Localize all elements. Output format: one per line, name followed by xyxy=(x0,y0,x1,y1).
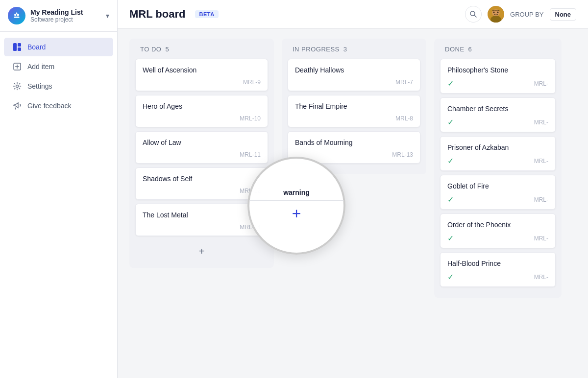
project-switcher[interactable]: My Reading List Software project ▾ xyxy=(0,0,117,32)
card-title: The Final Empire xyxy=(295,102,413,110)
sidebar-item-add-item[interactable]: Add item xyxy=(4,57,113,76)
overlay-warning-text: warning xyxy=(273,189,319,196)
card-title: Order of the Phoenix xyxy=(447,221,548,229)
sidebar: My Reading List Software project ▾ Board xyxy=(0,0,118,378)
card-mrl3[interactable]: Prisoner of Azkaban ✓ MRL- xyxy=(440,136,556,171)
card-id: MRL-8 xyxy=(295,115,413,122)
card-title: Hero of Ages xyxy=(143,102,261,110)
svg-point-16 xyxy=(493,12,495,13)
card-title: Goblet of Fire xyxy=(447,182,548,190)
card-mrl2[interactable]: Chamber of Secrets ✓ MRL- xyxy=(440,97,556,132)
card-title: Deathly Hallows xyxy=(295,66,413,74)
add-todo-card-button[interactable]: + xyxy=(135,242,268,261)
board-icon xyxy=(13,43,22,51)
card-mrl1[interactable]: Philosopher's Stone ✓ MRL- xyxy=(440,59,556,94)
card-mrl10[interactable]: Hero of Ages MRL-10 xyxy=(135,95,268,127)
overlay-divider xyxy=(249,200,343,201)
card-mrl4[interactable]: Goblet of Fire ✓ MRL- xyxy=(440,175,556,210)
svg-point-17 xyxy=(497,12,499,13)
settings-label: Settings xyxy=(27,82,52,90)
board-label: Board xyxy=(27,43,46,51)
column-inprogress-header: IN PROGRESS3 xyxy=(288,46,420,53)
svg-rect-3 xyxy=(16,13,18,14)
svg-line-12 xyxy=(474,15,476,17)
card-id: MRL-11 xyxy=(143,151,261,158)
card-mrl11[interactable]: Allow of Law MRL-11 xyxy=(135,131,268,164)
done-check-icon: ✓ xyxy=(447,156,454,165)
group-by-label: GROUP BY xyxy=(510,11,543,18)
overlay-add-button[interactable]: + xyxy=(292,205,301,223)
card-id: MRL-12 xyxy=(143,188,261,194)
card-title: Bands of Mourning xyxy=(295,139,413,146)
sidebar-nav: Board Add item Settings xyxy=(0,32,117,121)
card-id: MRL-13 xyxy=(295,151,413,158)
add-item-label: Add item xyxy=(27,63,54,71)
card-title: The Lost Metal xyxy=(143,211,261,219)
svg-point-10 xyxy=(16,85,19,88)
board-area: TO DO5 Well of Ascension MRL-9 Hero of A… xyxy=(118,29,588,378)
card-id: MRL- xyxy=(534,158,548,165)
card-id: MRL- xyxy=(534,119,548,126)
search-button[interactable] xyxy=(465,6,482,23)
done-check-icon: ✓ xyxy=(447,234,454,243)
page-title: MRL board xyxy=(129,8,185,21)
avatar[interactable] xyxy=(488,6,504,23)
svg-rect-6 xyxy=(18,47,21,51)
group-by-select[interactable]: None xyxy=(550,8,577,21)
svg-rect-2 xyxy=(14,17,20,18)
card-id: MRL-14 xyxy=(143,224,261,231)
main-content: MRL board BETA GROUP BY None xyxy=(118,0,588,378)
card-title: Half-Blood Prince xyxy=(447,260,548,267)
card-title: Shadows of Self xyxy=(143,175,261,183)
column-todo-header: TO DO5 xyxy=(135,46,268,53)
card-mrl6[interactable]: Half-Blood Prince ✓ MRL- xyxy=(440,252,556,287)
chevron-down-icon: ▾ xyxy=(106,12,109,20)
column-done-header: DONE6 xyxy=(440,46,556,53)
card-id: MRL- xyxy=(534,235,548,242)
card-mrl8[interactable]: The Final Empire MRL-8 xyxy=(288,95,420,127)
done-check-icon: ✓ xyxy=(447,272,454,282)
column-inprogress: IN PROGRESS3 Deathly Hallows MRL-7 The F… xyxy=(282,39,426,174)
svg-point-1 xyxy=(17,14,19,16)
logo-icon xyxy=(11,10,22,21)
project-info: My Reading List Software project xyxy=(30,8,106,23)
gear-icon xyxy=(13,82,22,91)
card-id: MRL- xyxy=(534,80,548,87)
overlay-circle[interactable]: warning + xyxy=(247,157,345,255)
card-id: MRL- xyxy=(534,274,548,281)
card-mrl7[interactable]: Deathly Hallows MRL-7 xyxy=(288,59,420,91)
card-id: MRL-9 xyxy=(143,79,261,86)
card-mrl9[interactable]: Well of Ascension MRL-9 xyxy=(135,59,268,91)
sidebar-item-give-feedback[interactable]: Give feedback xyxy=(4,96,113,115)
card-id: MRL-7 xyxy=(295,79,413,86)
column-done: DONE6 Philosopher's Stone ✓ MRL- Chamber… xyxy=(434,39,562,298)
card-mrl5[interactable]: Order of the Phoenix ✓ MRL- xyxy=(440,213,556,248)
sidebar-item-board[interactable]: Board xyxy=(4,38,113,56)
done-check-icon: ✓ xyxy=(447,195,454,204)
card-title: Well of Ascension xyxy=(143,66,261,74)
card-title: Philosopher's Stone xyxy=(447,66,548,74)
card-id: MRL-10 xyxy=(143,115,261,122)
sidebar-item-settings[interactable]: Settings xyxy=(4,77,113,95)
card-title: Prisoner of Azkaban xyxy=(447,143,548,151)
project-logo xyxy=(8,7,25,24)
done-check-icon: ✓ xyxy=(447,118,454,127)
card-title: Chamber of Secrets xyxy=(447,105,548,113)
add-item-icon xyxy=(13,62,22,71)
svg-point-0 xyxy=(14,14,17,16)
svg-rect-4 xyxy=(13,43,17,51)
card-id: MRL- xyxy=(534,196,548,203)
project-sub: Software project xyxy=(30,16,106,23)
card-title: Allow of Law xyxy=(143,139,261,146)
give-feedback-label: Give feedback xyxy=(27,102,72,110)
column-todo: TO DO5 Well of Ascension MRL-9 Hero of A… xyxy=(129,39,274,268)
done-check-icon: ✓ xyxy=(447,79,454,88)
megaphone-icon xyxy=(13,101,22,110)
beta-badge: BETA xyxy=(195,10,218,18)
topbar: MRL board BETA GROUP BY None xyxy=(118,0,588,29)
svg-rect-5 xyxy=(18,43,21,47)
project-name: My Reading List xyxy=(30,8,106,16)
